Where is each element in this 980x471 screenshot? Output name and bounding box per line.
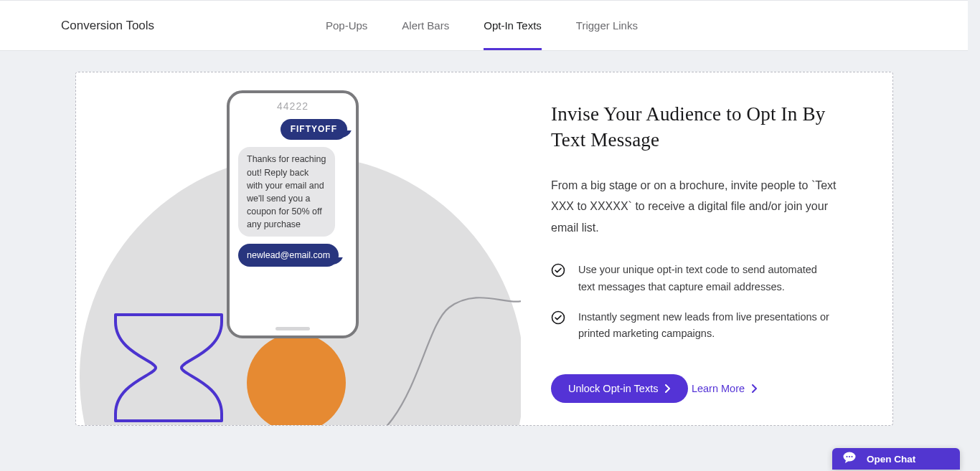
phone-home-indicator-icon	[275, 327, 310, 330]
tab-trigger-links[interactable]: Trigger Links	[576, 1, 638, 50]
svg-point-1	[552, 311, 565, 323]
feature-text: Use your unique opt-in text code to send…	[578, 262, 837, 296]
nav-title: Conversion Tools	[61, 19, 154, 33]
phone-mockup: 44222 FIFTYOFF Thanks for reaching out! …	[227, 90, 359, 338]
chat-label: Open Chat	[867, 454, 915, 465]
orange-circle-icon	[247, 333, 346, 425]
learn-more-label: Learn More	[692, 383, 745, 394]
learn-more-link[interactable]: Learn More	[692, 383, 758, 394]
unlock-button-label: Unlock Opt-in Texts	[568, 383, 658, 394]
content-area: Invise Your Audience to Opt In By Text M…	[551, 101, 859, 403]
lead-paragraph: From a big stage or on a brochure, invit…	[551, 175, 838, 239]
hourglass-icon	[110, 309, 227, 425]
svg-point-5	[851, 456, 852, 457]
tab-alert-bars[interactable]: Alert Bars	[402, 1, 449, 50]
sms-reply-bubble: Thanks for reaching out! Reply back with…	[238, 147, 335, 237]
svg-point-0	[552, 264, 565, 276]
feature-text: Instantly segment new leads from live pr…	[578, 309, 837, 343]
unlock-button[interactable]: Unlock Opt-in Texts	[551, 374, 688, 403]
nav-tabs: Pop-Ups Alert Bars Opt-In Texts Trigger …	[326, 1, 638, 51]
open-chat-button[interactable]: Open Chat	[832, 448, 960, 470]
tab-opt-in-texts[interactable]: Opt-In Texts	[484, 1, 542, 50]
feature-item: Use your unique opt-in text code to send…	[551, 262, 859, 296]
sms-keyword-bubble: FIFTYOFF	[281, 119, 347, 140]
top-nav: Conversion Tools Pop-Ups Alert Bars Opt-…	[0, 0, 968, 51]
check-circle-icon	[551, 263, 565, 277]
chevron-right-icon	[752, 384, 758, 393]
sms-email-bubble: newlead@email.com	[238, 244, 339, 267]
chat-bubble-icon	[842, 451, 857, 467]
illustration: 44222 FIFTYOFF Thanks for reaching out! …	[76, 72, 521, 425]
check-circle-icon	[551, 310, 565, 325]
chevron-right-icon	[665, 384, 671, 393]
svg-point-4	[849, 456, 850, 457]
svg-point-3	[846, 456, 847, 457]
tab-popups[interactable]: Pop-Ups	[326, 1, 367, 50]
feature-item: Instantly segment new leads from live pr…	[551, 309, 859, 343]
feature-card: 44222 FIFTYOFF Thanks for reaching out! …	[75, 72, 893, 426]
phone-shortcode: 44222	[230, 93, 356, 112]
headline: Invise Your Audience to Opt In By Text M…	[551, 101, 859, 153]
